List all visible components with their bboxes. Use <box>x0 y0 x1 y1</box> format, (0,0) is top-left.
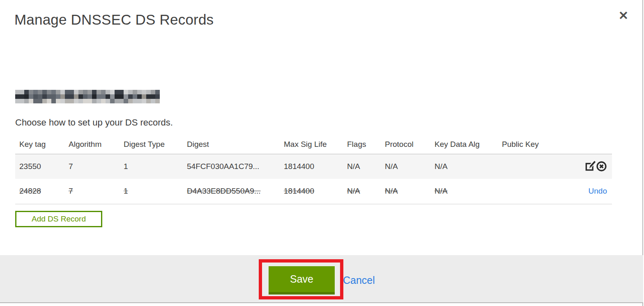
col-header-digest-type: Digest Type <box>120 135 183 154</box>
cell-protocol: N/A <box>381 179 430 204</box>
add-ds-record-button[interactable]: Add DS Record <box>15 211 102 227</box>
col-header-algorithm: Algorithm <box>64 135 120 154</box>
table-row: 23550 7 1 54FCF030AA1C79... 1814400 N/A … <box>15 154 612 179</box>
cell-digest: 54FCF030AA1C79... <box>183 154 280 179</box>
cell-digest-type: 1 <box>120 179 183 204</box>
cell-public-key <box>498 154 567 179</box>
edit-icon[interactable] <box>585 161 596 172</box>
page-title: Manage DNSSEC DS Records <box>14 11 214 28</box>
cell-actions <box>567 154 612 179</box>
save-button[interactable]: Save <box>269 266 335 295</box>
undo-link[interactable]: Undo <box>589 187 607 196</box>
cell-flags: N/A <box>343 154 381 179</box>
col-header-key-data-alg: Key Data Alg <box>430 135 498 154</box>
cell-digest: D4A33E8DD550A9... <box>183 179 280 204</box>
cell-algorithm: 7 <box>64 154 120 179</box>
delete-icon[interactable] <box>596 161 607 172</box>
cell-digest-type: 1 <box>120 154 183 179</box>
cell-max-sig-life: 1814400 <box>280 179 343 204</box>
cell-key-tag: 23550 <box>15 154 64 179</box>
dnssec-modal: Manage DNSSEC DS Records ✕ Choose how to… <box>0 0 643 306</box>
cell-public-key <box>498 179 567 204</box>
table-row-deleted: 24828 7 1 D4A33E8DD550A9... 1814400 N/A … <box>15 179 612 204</box>
col-header-public-key: Public Key <box>498 135 567 154</box>
close-icon[interactable]: ✕ <box>615 7 632 24</box>
cell-key-data-alg: N/A <box>430 179 498 204</box>
table-header-row: Key tag Algorithm Digest Type Digest Max… <box>15 135 612 154</box>
cell-actions: Undo <box>567 179 612 204</box>
cell-max-sig-life: 1814400 <box>280 154 343 179</box>
cell-protocol: N/A <box>381 154 430 179</box>
col-header-protocol: Protocol <box>381 135 430 154</box>
redacted-domain-name <box>15 90 160 103</box>
cell-key-tag: 24828 <box>15 179 64 204</box>
cell-algorithm: 7 <box>64 179 120 204</box>
ds-records-table: Key tag Algorithm Digest Type Digest Max… <box>15 135 612 204</box>
col-header-digest: Digest <box>183 135 280 154</box>
col-header-actions <box>567 135 612 154</box>
col-header-max-sig-life: Max Sig Life <box>280 135 343 154</box>
col-header-key-tag: Key tag <box>15 135 64 154</box>
instruction-text: Choose how to set up your DS records. <box>15 117 173 128</box>
cancel-link[interactable]: Cancel <box>343 274 375 286</box>
cell-key-data-alg: N/A <box>430 154 498 179</box>
cell-flags: N/A <box>343 179 381 204</box>
col-header-flags: Flags <box>343 135 381 154</box>
